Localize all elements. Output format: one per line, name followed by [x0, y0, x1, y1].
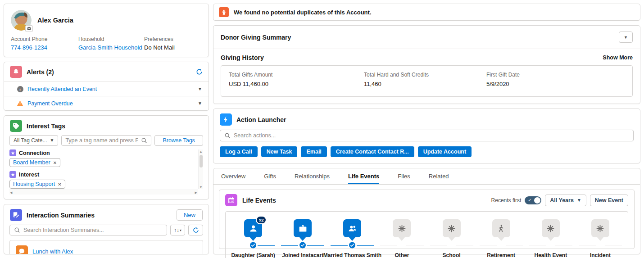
star-icon: ★ [9, 149, 16, 156]
interaction-summaries-card: Interaction Summaries New ↑↓▾ [4, 204, 209, 254]
actions-search-input[interactable] [234, 132, 629, 139]
donor-giving-summary-card: Donor Giving Summary ▼ Giving History Sh… [213, 25, 640, 104]
camera-icon[interactable] [25, 25, 33, 32]
tab-files[interactable]: Files [398, 168, 410, 184]
tab-gifts[interactable]: Gifts [264, 168, 276, 184]
tag-pill[interactable]: Board Member ✕ [9, 158, 60, 167]
people-icon[interactable] [343, 219, 361, 237]
scroll-down-icon[interactable]: ▼ [200, 186, 203, 189]
tab-relationships[interactable]: Relationships [295, 168, 330, 184]
chat-icon [16, 245, 28, 254]
giving-title: Donor Giving Summary [221, 34, 291, 41]
refresh-icon[interactable] [196, 68, 203, 75]
new-summary-button[interactable]: New [177, 209, 203, 221]
new-task-button[interactable]: New Task [261, 146, 298, 157]
tab-overview[interactable]: Overview [221, 168, 245, 184]
scroll-left-icon[interactable]: ◀ [10, 191, 12, 194]
field-first-gift-date: First Gift Date 5/9/2020 [486, 72, 625, 87]
field-total-gifts: Total Gifts Amount USD 11,460.00 [229, 72, 364, 87]
account-phone-link[interactable]: 774-896-1234 [11, 44, 47, 51]
email-button[interactable]: Email [301, 146, 327, 157]
show-more-link[interactable]: Show More [603, 54, 633, 61]
right-column: We found no potential duplicates of this… [213, 4, 640, 254]
briefcase-icon[interactable] [294, 219, 312, 237]
tag-pill[interactable]: Housing Support ✕ [9, 180, 65, 189]
alert-link[interactable]: Payment Overdue [27, 100, 73, 107]
tab-life-events[interactable]: Life Events [348, 168, 379, 184]
tab-related[interactable]: Related [429, 168, 449, 184]
check-icon: ✓ [528, 198, 531, 203]
life-event-other[interactable]: Other [377, 219, 426, 258]
asterisk-icon[interactable] [393, 219, 411, 237]
interest-tags-header: Interest Tags [4, 116, 209, 135]
chevron-down-icon[interactable]: ▼ [198, 87, 202, 91]
life-event-health[interactable]: Health Event [526, 219, 576, 258]
alert-link[interactable]: Recently Attended an Event [27, 86, 97, 92]
log-a-call-button[interactable]: Log a Call [220, 146, 258, 157]
asterisk-icon[interactable] [591, 219, 609, 237]
summary-item[interactable]: Lunch with Alex 1 I wanted to get to kno… [9, 240, 203, 254]
new-event-button[interactable]: New Event [590, 195, 628, 206]
life-event-married[interactable]: Married Thomas Smith Sep 2, 2017 [327, 219, 377, 258]
search-icon [224, 132, 231, 139]
chevron-down-icon[interactable]: ▼ [198, 101, 202, 106]
alert-row-payment-overdue[interactable]: Payment Overdue ▼ [4, 96, 209, 110]
update-account-button[interactable]: Update Account [418, 146, 472, 157]
scroll-right-icon[interactable]: ▶ [195, 191, 197, 194]
avatar[interactable] [11, 10, 32, 31]
alerts-card: Alerts (2) i Recently Attended an Event … [4, 62, 209, 111]
refresh-icon[interactable] [188, 225, 203, 235]
vertical-scrollbar[interactable]: ▲ ▼ [198, 149, 203, 189]
walker-icon[interactable] [492, 219, 510, 237]
browse-tags-button[interactable]: Browse Tags [154, 135, 203, 146]
tag-group-connection: ★ Connection Board Member ✕ [9, 149, 197, 167]
tag-icon [10, 120, 22, 132]
life-event-joined-instacart[interactable]: Joined Instacart Sep 7, 2017 [278, 219, 327, 258]
calendar-icon [225, 194, 237, 206]
recents-first-toggle[interactable]: ✓ [525, 196, 541, 204]
life-event-incident[interactable]: Incident [576, 219, 625, 258]
card-menu-button[interactable]: ▼ [619, 32, 633, 43]
tag-category-select[interactable]: All Tag Cate... ▼ [9, 135, 58, 146]
create-contact-relation-button[interactable]: Create Contact Contact R... [331, 146, 414, 157]
account-name: Alex Garcia [37, 17, 73, 24]
event-count-badge: x2 [256, 216, 267, 224]
remove-tag-icon[interactable]: ✕ [58, 182, 61, 187]
interaction-summaries-title: Interaction Summaries [27, 212, 95, 219]
person-icon[interactable]: x2 [244, 219, 262, 237]
horizontal-scrollbar[interactable]: ◀ ▶ [9, 190, 198, 195]
summary-title-link[interactable]: Lunch with Alex [32, 248, 73, 254]
summaries-search-input[interactable] [23, 227, 163, 233]
sort-icon[interactable]: ↑↓▾ [170, 225, 185, 235]
life-events-timeline: x2 Daughter (Sarah) Jun 3, 2019 [225, 211, 628, 258]
star-icon: ★ [9, 171, 16, 178]
life-event-daughter[interactable]: x2 Daughter (Sarah) Jun 3, 2019 [228, 219, 278, 258]
giving-header: Donor Giving Summary ▼ [213, 26, 640, 49]
tag-input[interactable] [65, 137, 138, 144]
tag-group-interest: ★ Interest Housing Support ✕ [9, 171, 197, 189]
alert-row-recently-attended[interactable]: i Recently Attended an Event ▼ [4, 81, 209, 96]
life-event-school[interactable]: School [427, 219, 476, 258]
household-link[interactable]: Garcia-Smith Household [78, 44, 142, 51]
tag-list-area: ★ Connection Board Member ✕ ★ Interest [9, 149, 203, 195]
life-event-retirement[interactable]: Retirement [476, 219, 526, 258]
giving-history-row: Giving History Show More [213, 49, 640, 64]
duplicates-message: We found no potential duplicates of this… [234, 9, 372, 16]
year-filter-button[interactable]: All Years ▼ [545, 195, 586, 206]
record-tabs-card: Overview Gifts Relationships Life Events… [213, 168, 640, 254]
field-household: Household Garcia-Smith Household [78, 36, 144, 51]
duplicates-banner: We found no potential duplicates of this… [213, 4, 640, 21]
asterisk-icon[interactable] [542, 219, 560, 237]
duplicates-person-icon [219, 7, 229, 17]
field-preferences: Preferences Do Not Mail [144, 36, 202, 51]
asterisk-icon[interactable] [443, 219, 461, 237]
remove-tag-icon[interactable]: ✕ [53, 160, 57, 165]
scroll-up-icon[interactable]: ▲ [200, 150, 203, 153]
giving-history-box: Total Gifts Amount USD 11,460.00 Total H… [221, 65, 633, 97]
interest-tags-card: Interest Tags All Tag Cate... ▼ Browse T… [4, 115, 209, 199]
action-launcher-card: Action Launcher Log a Call New Task Emai… [213, 109, 640, 163]
summaries-search-row: ↑↓▾ [4, 225, 209, 235]
warning-icon [17, 100, 23, 107]
notes-pencil-icon [10, 209, 22, 221]
interaction-summaries-header: Interaction Summaries New [4, 204, 209, 225]
